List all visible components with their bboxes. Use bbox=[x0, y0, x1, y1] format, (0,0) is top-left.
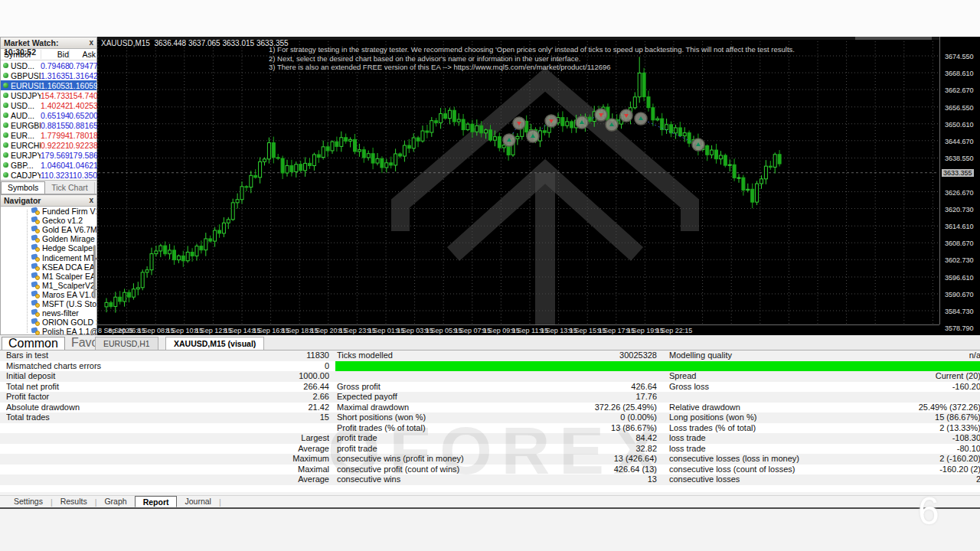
symbol-trend-icon bbox=[3, 172, 8, 178]
navigator-item[interactable]: news-filter bbox=[1, 308, 96, 318]
report-cell: Maximum bbox=[191, 454, 329, 465]
scroll-thumb[interactable] bbox=[855, 37, 932, 40]
navigator-item[interactable]: M1_ScalperV2_by@ bbox=[1, 281, 96, 290]
chart-tab-eurusd-h1[interactable]: EURUSD,H1 bbox=[95, 337, 158, 350]
market-watch-row[interactable]: EURGBP0.881550.88165 bbox=[1, 120, 96, 130]
navigator-item[interactable]: Funded Firm V1 bbox=[1, 207, 96, 216]
market-watch-row[interactable]: USD...1.402421.40253 bbox=[1, 100, 96, 110]
market-watch-row[interactable]: EUR...1.779941.78018 bbox=[1, 130, 96, 140]
navigator-item-label: news-filter bbox=[42, 308, 79, 318]
navigator-item-label: Gold EA V6.7MT4@ bbox=[42, 225, 96, 234]
market-watch-row[interactable]: CADJPY110.323110.350 bbox=[1, 170, 96, 180]
ask-cell: 0.92238 bbox=[69, 141, 96, 150]
market-watch-row[interactable]: EURUSD1.160531.16059 bbox=[1, 80, 96, 90]
column-header-symbol[interactable]: Symbol bbox=[1, 50, 41, 59]
navigator-item[interactable]: KSEA DCA EA V5.0 bbox=[1, 262, 96, 272]
trade-marker-buy bbox=[692, 139, 704, 151]
market-watch-row[interactable]: USDJPY154.733154.740 bbox=[1, 90, 96, 100]
window-bottom-border bbox=[0, 507, 980, 509]
navigator-item-label: Golden Mirage mt4 bbox=[42, 234, 96, 243]
symbol-name: EUR... bbox=[11, 131, 34, 140]
tester-tab-report[interactable]: Report bbox=[135, 496, 178, 507]
symbol-name: EURUSD bbox=[11, 81, 41, 90]
report-cell: Bars in test bbox=[6, 350, 220, 361]
report-cell: Maximal bbox=[191, 465, 329, 475]
navigator-item[interactable]: Maros EA V1.0 MT4 bbox=[1, 290, 96, 299]
close-icon[interactable]: x bbox=[89, 38, 93, 48]
market-watch-header: SymbolBidAsk bbox=[1, 49, 96, 60]
ask-cell: 1.04621 bbox=[69, 161, 96, 170]
tester-tab-results[interactable]: Results bbox=[53, 496, 95, 507]
market-watch-row[interactable]: EURJPY179.569179.586 bbox=[1, 150, 96, 160]
market-watch-tab-symbols[interactable]: Symbols bbox=[1, 181, 45, 194]
market-watch-row[interactable]: GBP...1.046041.04621 bbox=[1, 160, 96, 170]
ask-cell: 1.31642 bbox=[69, 71, 96, 80]
column-header-bid[interactable]: Bid bbox=[41, 50, 69, 59]
report-cell: 13 (426.64) bbox=[498, 454, 657, 465]
close-icon[interactable]: x bbox=[89, 196, 93, 206]
tester-tab-settings[interactable]: Settings bbox=[6, 496, 51, 507]
symbol-trend-icon bbox=[3, 63, 8, 68]
market-watch-row[interactable]: AUD...0.651940.65200 bbox=[1, 110, 96, 120]
report-cell: 15 (86.67%) bbox=[789, 412, 980, 423]
navigator-item[interactable]: ORION GOLD SCAL bbox=[1, 318, 96, 327]
chart-tab-xauusd-m15-visual-[interactable]: XAUUSD,M15 (visual) bbox=[165, 337, 264, 350]
column-header-ask[interactable]: Ask bbox=[69, 50, 96, 59]
navigator-item-label: Maros EA V1.0 MT4 bbox=[42, 290, 96, 299]
bid-cell: 1.77994 bbox=[41, 131, 69, 140]
symbol-trend-icon bbox=[3, 142, 8, 148]
symbol-cell: EURGBP bbox=[1, 121, 41, 130]
ask-cell: 154.740 bbox=[69, 91, 96, 100]
symbol-trend-icon bbox=[3, 162, 8, 168]
expert-advisor-icon bbox=[31, 244, 40, 252]
price-axis-label: 3608.670 bbox=[945, 240, 974, 247]
navigator-item[interactable]: Indicement MT4 bbox=[1, 253, 96, 262]
tester-tab-journal[interactable]: Journal bbox=[177, 496, 218, 507]
bid-cell: 0.79468 bbox=[41, 61, 69, 70]
trade-marker-buy bbox=[503, 134, 515, 146]
navigator-item[interactable]: Hedge Scalper EA 2 bbox=[1, 243, 96, 253]
market-watch-tab-tick-chart[interactable]: Tick Chart bbox=[45, 182, 94, 194]
symbol-cell: GBPUSD bbox=[1, 71, 41, 80]
navigator-item[interactable]: M1 Scalper EA V2@ bbox=[1, 272, 96, 281]
navigator-scrollbar[interactable] bbox=[93, 245, 96, 298]
report-cell: 21.42 bbox=[191, 403, 329, 413]
market-watch-row[interactable]: GBPUSD1.316351.31642 bbox=[1, 70, 96, 80]
navigator-item[interactable]: Golden Mirage mt4 bbox=[1, 234, 96, 243]
report-cell: -80.10 bbox=[789, 444, 980, 455]
expert-advisor-icon bbox=[31, 309, 40, 317]
ask-cell: 0.88165 bbox=[69, 121, 96, 130]
report-cell: Average bbox=[191, 444, 329, 455]
navigator-item[interactable]: MSFT (U.S Stocks) I bbox=[1, 299, 96, 308]
report-row: Initial deposit1000.00SpreadCurrent (20) bbox=[0, 371, 980, 382]
market-watch-row[interactable]: USD...0.794680.79477 bbox=[1, 60, 96, 70]
navigator-item[interactable]: Gold EA V6.7MT4@ bbox=[1, 225, 96, 234]
bid-cell: 179.569 bbox=[41, 151, 69, 160]
market-watch-titlebar: Market Watch: 10:30:52 x bbox=[1, 37, 96, 49]
navigator-item-label: ORION GOLD SCAL bbox=[42, 318, 96, 327]
ask-cell: 110.350 bbox=[69, 171, 96, 180]
price-axis-label: 3656.550 bbox=[945, 104, 974, 112]
expert-advisor-icon bbox=[31, 226, 40, 233]
modelling-quality-bar bbox=[335, 361, 980, 371]
price-axis-label: 3584.730 bbox=[945, 308, 974, 315]
time-axis-label: 9 Sep 22:15 bbox=[655, 327, 693, 334]
chart-area[interactable]: XAUUSD,M15 3636.448 3637.065 3633.015 36… bbox=[97, 37, 980, 335]
navigator-item[interactable]: Gecko v1.2 bbox=[1, 216, 96, 225]
price-axis-label: 3650.610 bbox=[945, 121, 974, 129]
report-cell: 2 bbox=[789, 474, 980, 485]
trade-marker-sell bbox=[513, 117, 525, 129]
trade-marker-sell bbox=[620, 109, 632, 122]
navigator-tab-common[interactable]: Common bbox=[2, 337, 65, 350]
price-axis-label: 3674.550 bbox=[945, 53, 974, 60]
report-cell: Total trades bbox=[6, 412, 220, 423]
tester-tab-graph[interactable]: Graph bbox=[96, 496, 134, 507]
symbol-cell: USD... bbox=[1, 61, 41, 70]
report-cell: Total net profit bbox=[6, 382, 220, 393]
market-watch-row[interactable]: EURCHF0.922210.92238 bbox=[1, 140, 96, 150]
price-axis-label: 3638.550 bbox=[945, 155, 974, 162]
symbol-name: GBPUSD bbox=[11, 71, 41, 80]
navigator-panel: Navigator x Funded Firm V1Gecko v1.2Gold… bbox=[0, 194, 97, 335]
trade-marker-buy bbox=[576, 116, 588, 129]
expert-advisor-icon bbox=[31, 318, 40, 326]
